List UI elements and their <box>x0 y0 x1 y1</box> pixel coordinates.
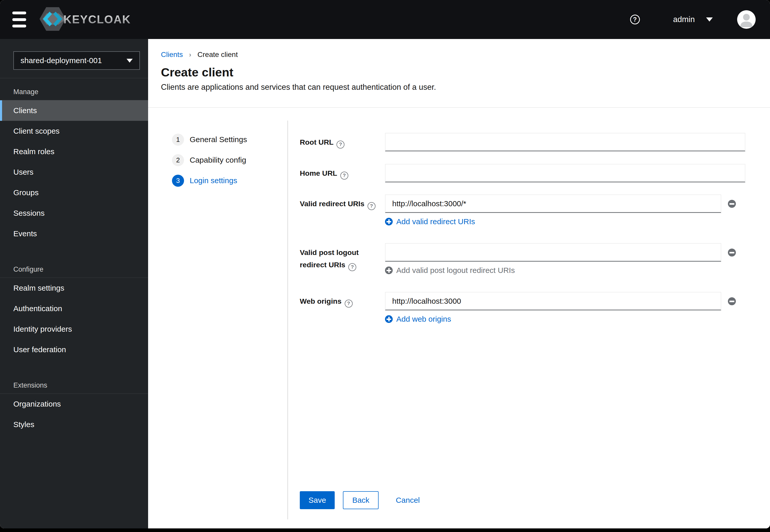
breadcrumb: Clients › Create client <box>161 50 770 59</box>
hamburger-menu-icon[interactable] <box>12 12 26 27</box>
user-menu[interactable]: admin <box>673 15 713 24</box>
logo-text: KEYCLOAK <box>63 13 131 26</box>
keycloak-admin-window: KEYCLOAK ? admin shared-deployment-001 <box>0 0 770 528</box>
wizard-step-capability-config[interactable]: 2 Capability config <box>172 150 247 170</box>
help-icon[interactable]: ? <box>630 15 640 24</box>
step-label: Login settings <box>190 176 237 185</box>
breadcrumb-current: Create client <box>197 50 238 59</box>
username: admin <box>673 15 695 24</box>
realm-selector[interactable]: shared-deployment-001 <box>13 51 140 70</box>
sidebar-item-events[interactable]: Events <box>0 223 148 244</box>
wizard-step-login-settings[interactable]: 3 Login settings <box>172 170 247 191</box>
realm-name: shared-deployment-001 <box>21 56 126 65</box>
page-header: Clients › Create client Create client Cl… <box>148 39 770 108</box>
minus-icon <box>729 203 734 205</box>
step-number: 2 <box>172 154 184 166</box>
add-web-origins-link[interactable]: Add web origins <box>385 314 745 324</box>
post-logout-redirect-uri-input[interactable] <box>385 243 721 262</box>
wizard-step-general-settings[interactable]: 1 General Settings <box>172 129 247 150</box>
web-origins-row: Web origins? Add web origins <box>300 292 745 324</box>
wizard-content: 1 General Settings 2 Capability config 3… <box>148 108 770 528</box>
sidebar-item-client-scopes[interactable]: Client scopes <box>0 121 148 141</box>
home-url-input[interactable] <box>385 164 745 182</box>
avatar[interactable] <box>737 10 756 29</box>
keycloak-logo: KEYCLOAK <box>39 6 131 33</box>
app-header: KEYCLOAK ? admin <box>0 0 770 39</box>
sidebar-item-organizations[interactable]: Organizations <box>0 394 148 414</box>
page-title: Create client <box>161 65 770 80</box>
sidebar-item-users[interactable]: Users <box>0 162 148 182</box>
help-icon[interactable]: ? <box>340 172 348 180</box>
wizard-form-divider <box>287 121 288 519</box>
plus-circle-icon <box>385 315 393 323</box>
step-label: Capability config <box>190 156 246 164</box>
web-origins-label: Web origins? <box>300 292 385 324</box>
minus-icon <box>729 301 734 302</box>
sidebar-item-realm-roles[interactable]: Realm roles <box>0 141 148 162</box>
valid-redirect-uris-row: Valid redirect URIs? Add valid redirect … <box>300 194 745 227</box>
sidebar-item-identity-providers[interactable]: Identity providers <box>0 319 148 339</box>
add-post-logout-uris-link[interactable]: Add valid post logout redirect URIs <box>385 265 745 275</box>
nav-section-manage: Manage <box>0 83 148 100</box>
sidebar: shared-deployment-001 Manage Clients Cli… <box>0 39 148 528</box>
back-button[interactable]: Back <box>343 491 378 509</box>
home-url-row: Home URL? <box>300 164 745 182</box>
sidebar-item-clients[interactable]: Clients <box>0 100 148 121</box>
help-icon[interactable]: ? <box>336 141 344 149</box>
valid-redirect-uri-input[interactable] <box>385 194 721 213</box>
breadcrumb-clients-link[interactable]: Clients <box>161 50 183 59</box>
step-number: 1 <box>172 134 184 146</box>
keycloak-hexagon-icon <box>39 6 66 33</box>
chevron-down-icon <box>706 17 713 22</box>
help-icon[interactable]: ? <box>348 263 356 271</box>
login-settings-form: Root URL? Home URL? Vali <box>300 108 745 509</box>
step-number: 3 <box>172 175 184 187</box>
step-label: General Settings <box>190 135 247 144</box>
cancel-button[interactable]: Cancel <box>396 496 420 505</box>
main-content: Clients › Create client Create client Cl… <box>148 39 770 528</box>
remove-web-origin-button[interactable] <box>728 297 736 305</box>
help-icon[interactable]: ? <box>367 202 375 210</box>
home-url-label: Home URL? <box>300 164 385 182</box>
nav-section-extensions: Extensions <box>0 377 148 394</box>
sidebar-item-styles[interactable]: Styles <box>0 414 148 435</box>
plus-circle-icon <box>385 218 393 225</box>
valid-redirect-uris-label: Valid redirect URIs? <box>300 194 385 227</box>
sidebar-item-groups[interactable]: Groups <box>0 182 148 203</box>
form-footer: Save Back Cancel <box>300 491 745 509</box>
nav-section-configure: Configure <box>0 261 148 278</box>
sidebar-item-authentication[interactable]: Authentication <box>0 298 148 319</box>
valid-post-logout-row: Valid post logout redirect URIs? Add val… <box>300 243 745 275</box>
chevron-down-icon <box>126 59 133 63</box>
valid-post-logout-label: Valid post logout redirect URIs? <box>300 243 385 275</box>
sidebar-item-realm-settings[interactable]: Realm settings <box>0 278 148 298</box>
root-url-label: Root URL? <box>300 133 385 151</box>
minus-icon <box>729 252 734 253</box>
remove-post-logout-uri-button[interactable] <box>728 249 736 257</box>
root-url-input[interactable] <box>385 133 745 151</box>
add-valid-redirect-uris-link[interactable]: Add valid redirect URIs <box>385 216 745 227</box>
page-subtitle: Clients are applications and services th… <box>161 82 770 107</box>
wizard-steps-nav: 1 General Settings 2 Capability config 3… <box>172 129 247 191</box>
root-url-row: Root URL? <box>300 133 745 151</box>
breadcrumb-chevron-icon: › <box>189 50 191 59</box>
sidebar-item-user-federation[interactable]: User federation <box>0 339 148 360</box>
save-button[interactable]: Save <box>300 491 335 509</box>
remove-redirect-uri-button[interactable] <box>728 200 736 208</box>
realm-selector-area: shared-deployment-001 <box>0 39 148 78</box>
web-origin-input[interactable] <box>385 292 721 310</box>
help-icon[interactable]: ? <box>345 300 353 308</box>
sidebar-item-sessions[interactable]: Sessions <box>0 203 148 223</box>
plus-circle-icon <box>385 267 393 274</box>
header-actions: ? admin <box>630 10 770 29</box>
